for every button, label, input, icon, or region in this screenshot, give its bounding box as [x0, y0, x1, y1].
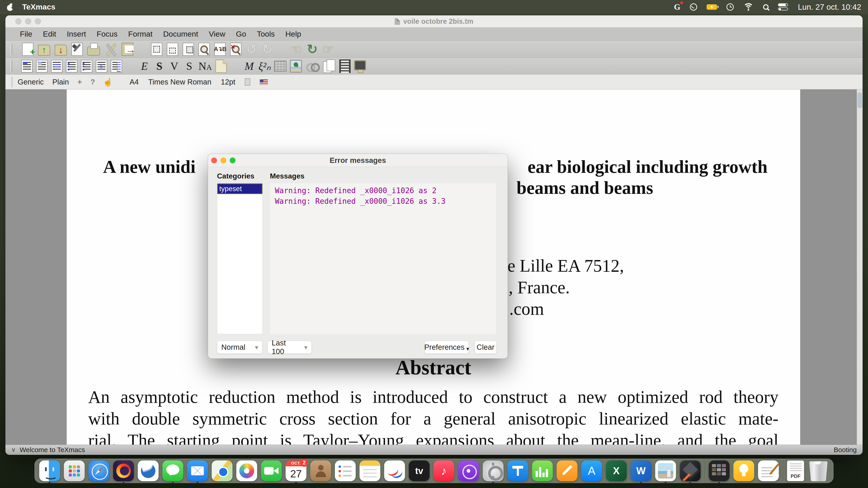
- dock-gallery-app-icon[interactable]: [655, 460, 676, 481]
- dock-maps[interactable]: [212, 460, 232, 481]
- font-size-button[interactable]: 12pt: [221, 78, 235, 86]
- print-document-icon[interactable]: [71, 43, 83, 56]
- dock-numbers[interactable]: [532, 460, 553, 481]
- dock-contacts-icon[interactable]: [310, 460, 331, 481]
- dock-facetime-icon[interactable]: [261, 460, 282, 481]
- dock-word-icon[interactable]: W: [631, 460, 651, 481]
- battery-charging-icon[interactable]: [707, 2, 717, 11]
- export-icon[interactable]: →: [122, 43, 133, 56]
- scrollbar-thumb[interactable]: [858, 92, 862, 108]
- dock-3d-app[interactable]: [680, 460, 701, 481]
- page-preview-icon[interactable]: [245, 78, 250, 86]
- message-count-dropdown[interactable]: Last 100 ▾: [268, 341, 312, 354]
- dock-keynote[interactable]: [507, 460, 528, 481]
- formula-icon[interactable]: ξ²ₙ: [258, 59, 271, 74]
- close-window-button[interactable]: [16, 18, 22, 24]
- shape-app-icon[interactable]: [690, 2, 697, 11]
- dock-3d-app-icon[interactable]: [680, 460, 701, 481]
- math-icon[interactable]: M: [243, 59, 255, 74]
- dock-firefox-icon[interactable]: [113, 460, 134, 481]
- save-document-icon[interactable]: ↓: [55, 45, 67, 56]
- undo-icon[interactable]: ↺: [246, 42, 257, 57]
- dock-app-store[interactable]: A: [581, 460, 602, 481]
- dock-podcasts-icon[interactable]: [458, 460, 479, 481]
- dock-excel[interactable]: X: [606, 460, 627, 481]
- paste-icon[interactable]: [167, 43, 178, 56]
- dock-launchpad[interactable]: [64, 460, 85, 481]
- dock-maps-icon[interactable]: [212, 460, 232, 481]
- paper-size-button[interactable]: A4: [129, 78, 138, 86]
- dock-trash-icon[interactable]: [808, 460, 829, 481]
- dock-facetime[interactable]: [261, 460, 282, 481]
- new-document-icon[interactable]: +: [22, 43, 33, 56]
- presentation-icon[interactable]: [354, 60, 366, 70]
- scrollbar-track[interactable]: [857, 90, 863, 445]
- dock-thunderbird[interactable]: [138, 460, 159, 481]
- replace-icon[interactable]: A↴B: [214, 43, 225, 56]
- dialog-title-bar[interactable]: Error messages: [208, 154, 508, 167]
- dock-reminders[interactable]: [335, 460, 356, 481]
- menu-tools[interactable]: Tools: [257, 30, 275, 38]
- font-name-button[interactable]: Times New Roman: [148, 78, 211, 86]
- dock-tips[interactable]: [734, 460, 754, 481]
- menu-go[interactable]: Go: [236, 30, 246, 38]
- apple-logo-icon[interactable]: [7, 3, 13, 11]
- open-document-icon[interactable]: ↑: [38, 45, 50, 56]
- table-icon[interactable]: [274, 61, 286, 72]
- dock-photos-icon[interactable]: [237, 460, 257, 481]
- quote-icon[interactable]: [51, 60, 62, 72]
- category-item-typeset[interactable]: typeset: [217, 184, 262, 194]
- time-machine-icon[interactable]: [726, 2, 734, 11]
- status-caret-icon[interactable]: ∨: [11, 446, 16, 453]
- fold-page-icon[interactable]: [215, 60, 227, 73]
- dock-messages[interactable]: [162, 460, 183, 481]
- dock-freeform-icon[interactable]: [384, 460, 405, 481]
- menu-bar-clock[interactable]: Lun. 27 oct. 10:42: [798, 2, 861, 11]
- menu-document[interactable]: Document: [163, 30, 198, 38]
- back-icon[interactable]: ☜: [291, 42, 302, 57]
- forward-icon[interactable]: ☞: [322, 42, 334, 57]
- dock-apple-tv-icon[interactable]: tv: [409, 460, 430, 481]
- language-flag-icon[interactable]: [260, 79, 268, 85]
- dock-pages[interactable]: [557, 460, 578, 481]
- name-icon[interactable]: Na: [198, 59, 212, 74]
- clear-button[interactable]: Clear: [474, 341, 497, 354]
- theorem-icon[interactable]: TH: [36, 60, 48, 72]
- dock-messages-icon[interactable]: [162, 460, 183, 481]
- dock-finder[interactable]: [39, 460, 60, 481]
- window-title-bar[interactable]: voile octobre 2bis.tm: [5, 15, 863, 28]
- dock-photo-grid-app[interactable]: [709, 460, 730, 481]
- zoom-window-button[interactable]: [35, 18, 41, 24]
- dock-keynote-icon[interactable]: [507, 460, 528, 481]
- itemize-icon[interactable]: [66, 60, 77, 72]
- strong-icon[interactable]: S: [154, 59, 165, 74]
- sample-icon[interactable]: S: [184, 59, 195, 74]
- dock-word[interactable]: W: [631, 460, 651, 481]
- copy-icon[interactable]: [151, 43, 162, 56]
- animation-icon[interactable]: [339, 59, 350, 73]
- dock-pdf-document[interactable]: PDF: [787, 460, 804, 481]
- spell-check-icon[interactable]: ×: [230, 43, 241, 56]
- dock-excel-icon[interactable]: X: [606, 460, 627, 481]
- cut-icon[interactable]: [183, 43, 194, 56]
- dialog-minimize-button[interactable]: [220, 158, 226, 163]
- dock-freeform[interactable]: [384, 460, 405, 481]
- preferences-button[interactable]: Preferences ▾: [425, 341, 469, 354]
- dock-system-settings-icon[interactable]: [483, 460, 504, 481]
- help-button[interactable]: ?: [90, 78, 95, 86]
- dock-photos[interactable]: [237, 460, 257, 481]
- dock-notes-icon[interactable]: [360, 460, 380, 481]
- section-icon[interactable]: [21, 60, 33, 72]
- generic-style-button[interactable]: Generic: [18, 78, 44, 86]
- dock-system-settings[interactable]: [483, 460, 504, 481]
- menu-focus[interactable]: Focus: [96, 30, 118, 38]
- active-app-name[interactable]: TeXmacs: [22, 2, 55, 11]
- equation-icon[interactable]: [96, 60, 107, 72]
- grammar-app-icon[interactable]: G: [674, 2, 680, 11]
- control-center-icon[interactable]: [778, 2, 788, 11]
- dock-calendar[interactable]: OCT.272: [286, 460, 307, 481]
- dock-music-icon[interactable]: ♪: [434, 460, 454, 481]
- dock-safari[interactable]: [89, 460, 110, 481]
- image-icon[interactable]: [290, 60, 302, 72]
- dock-pdf-document-icon[interactable]: PDF: [787, 460, 804, 481]
